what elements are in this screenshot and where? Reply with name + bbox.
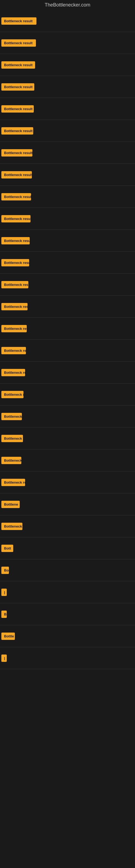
list-item: Bottleneck	[0, 405, 135, 427]
bottleneck-result-badge[interactable]: Bottleneck res	[1, 479, 25, 486]
bottleneck-result-badge[interactable]: Bottleneck r	[1, 391, 24, 398]
bottleneck-result-badge[interactable]: B	[1, 611, 7, 618]
list-item: Bottleneck result	[0, 274, 135, 296]
list-item: Bottleneck r	[0, 516, 135, 537]
list-item: |	[0, 647, 135, 669]
bottleneck-result-badge[interactable]: Bottleneck result	[1, 127, 33, 134]
list-item: Bottleneck result	[0, 54, 135, 76]
list-item: Bottleneck result	[0, 142, 135, 163]
bottleneck-result-badge[interactable]: Bottleneck result	[1, 61, 35, 69]
list-item: Bottleneck result	[0, 76, 135, 98]
list-item: Bottleneck result	[0, 252, 135, 273]
bottleneck-result-badge[interactable]: Bottleneck result	[1, 237, 30, 244]
list-item: Bottleneck r	[0, 428, 135, 449]
list-item: Bottleneck result	[0, 186, 135, 208]
list-item: Bottleneck result	[0, 10, 135, 32]
bottleneck-result-badge[interactable]: Bottle	[1, 632, 15, 640]
list-item: Bo	[0, 559, 135, 581]
bottleneck-result-badge[interactable]: Bottleneck res	[1, 347, 26, 354]
bottleneck-result-badge[interactable]: Bottleneck r	[1, 435, 23, 442]
bottleneck-result-badge[interactable]: Bottleneck	[1, 413, 22, 420]
list-item: Bottleneck result	[0, 208, 135, 229]
bottleneck-result-badge[interactable]: Bottleneck result	[1, 39, 36, 46]
list-item: Bottlene	[0, 493, 135, 515]
bottleneck-result-badge[interactable]: Bottleneck result	[1, 18, 37, 25]
bottleneck-result-badge[interactable]: Bottleneck result	[1, 105, 34, 113]
bottleneck-result-badge[interactable]: Bottleneck result	[1, 369, 25, 376]
bottleneck-result-badge[interactable]: Bottleneck result	[1, 171, 32, 179]
bottleneck-result-badge[interactable]: Bott	[1, 545, 13, 552]
list-item: Bottleneck res	[0, 471, 135, 493]
list-item: Bottleneck result	[0, 98, 135, 120]
bottleneck-result-badge[interactable]: Bottleneck result	[1, 83, 34, 91]
list-item: Bottleneck result	[0, 230, 135, 251]
divider	[0, 669, 135, 669]
site-title: TheBottlenecker.com	[0, 0, 135, 10]
bottleneck-result-badge[interactable]: Bottleneck result	[1, 325, 27, 332]
list-item: Bottleneck result	[0, 362, 135, 383]
list-item: Bottle	[0, 625, 135, 647]
bottleneck-result-badge[interactable]: Bottleneck result	[1, 259, 29, 267]
bottleneck-result-badge[interactable]: |	[1, 589, 7, 596]
list-item: Bottleneck result	[0, 120, 135, 142]
list-item: Bottleneck result	[0, 32, 135, 54]
list-item: Bott	[0, 537, 135, 559]
bottleneck-result-badge[interactable]: Bottleneck result	[1, 215, 31, 222]
bottleneck-result-badge[interactable]: Bottleneck result	[1, 149, 32, 156]
bottleneck-list: Bottleneck resultBottleneck resultBottle…	[0, 10, 135, 669]
list-item: Bottleneck res	[0, 340, 135, 361]
list-item: Bottleneck result	[0, 296, 135, 317]
bottleneck-result-badge[interactable]: Bottlene	[1, 501, 20, 508]
bottleneck-result-badge[interactable]: Bottleneck result	[1, 193, 31, 200]
list-item: Bottleneck result	[0, 164, 135, 186]
bottleneck-result-badge[interactable]: |	[1, 654, 7, 662]
list-item: Bottleneck result	[0, 318, 135, 339]
bottleneck-result-badge[interactable]: Bottleneck r	[1, 523, 22, 530]
bottleneck-result-badge[interactable]: Bottleneck result	[1, 303, 28, 310]
list-item: Bottleneck r	[0, 383, 135, 405]
list-item: B	[0, 603, 135, 625]
bottleneck-result-badge[interactable]: Bottleneck	[1, 457, 21, 464]
list-item: Bottleneck	[0, 450, 135, 471]
list-item: |	[0, 581, 135, 603]
bottleneck-result-badge[interactable]: Bo	[1, 567, 9, 574]
bottleneck-result-badge[interactable]: Bottleneck result	[1, 281, 28, 288]
